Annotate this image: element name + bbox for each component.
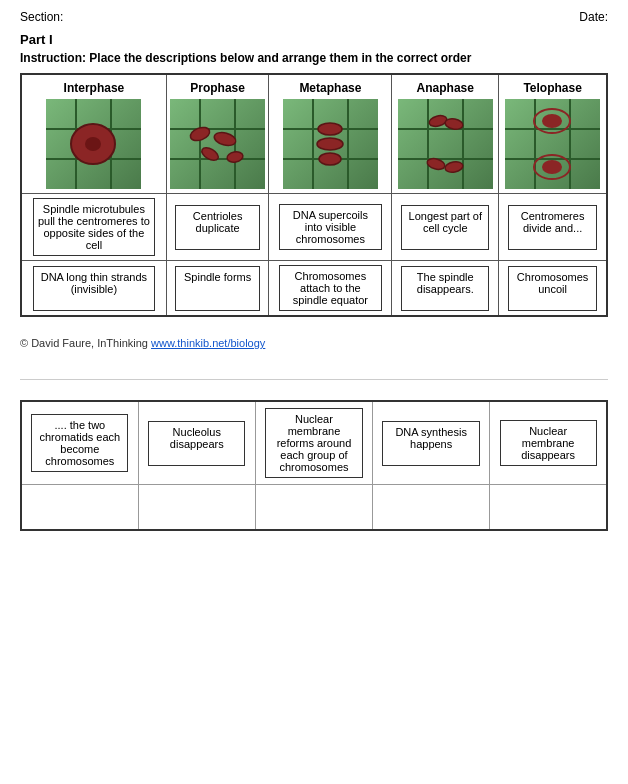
bottom-desc-2-1 (138, 485, 255, 530)
bottom-desc-1-1: Nucleolus disappears (138, 401, 255, 485)
desc-2-2: Chromosomes attach to the spindle equato… (269, 261, 392, 317)
desc-box-2-2: Chromosomes attach to the spindle equato… (279, 265, 381, 311)
anaphase-image (398, 99, 493, 189)
telophase-cell: Telophase (499, 74, 607, 194)
desc-1-4: Centromeres divide and... (499, 194, 607, 261)
bottom-box-1-1: Nucleolus disappears (148, 421, 245, 466)
desc-1-0: Spindle microtubules pull the centromere… (21, 194, 166, 261)
desc-box-1-0: Spindle microtubules pull the centromere… (33, 198, 155, 256)
desc-box-1-4: Centromeres divide and... (508, 205, 597, 250)
main-table: Interphase Prophase (20, 73, 608, 317)
bottom-box-1-2: Nuclear membrane reforms around each gro… (265, 408, 362, 478)
desc-box-1-3: Longest part of cell cycle (401, 205, 489, 250)
svg-point-20 (319, 153, 341, 165)
bottom-desc-2-0 (21, 485, 138, 530)
svg-point-18 (318, 123, 342, 135)
metaphase-image (283, 99, 378, 189)
metaphase-cell: Metaphase (269, 74, 392, 194)
bottom-row-1: .... the two chromatids each become chro… (21, 401, 607, 485)
date-label: Date: (579, 10, 608, 24)
desc-1-3: Longest part of cell cycle (392, 194, 499, 261)
bottom-desc-1-3: DNA synthesis happens (373, 401, 490, 485)
telophase-image (505, 99, 600, 189)
description-row-2: DNA long thin strands (invisible) Spindl… (21, 261, 607, 317)
svg-point-5 (85, 137, 101, 151)
section-divider (20, 379, 608, 380)
bottom-box-1-0: .... the two chromatids each become chro… (31, 414, 128, 472)
bottom-desc-2-3 (373, 485, 490, 530)
prophase-label: Prophase (169, 77, 267, 97)
svg-point-12 (200, 145, 221, 163)
telophase-label: Telophase (501, 77, 604, 97)
bottom-desc-1-4: Nuclear membrane disappears (490, 401, 607, 485)
bottom-box-1-4: Nuclear membrane disappears (500, 420, 597, 466)
copyright-notice: © David Faure, InThinking www.thinkib.ne… (20, 337, 608, 349)
part-label: Part I (20, 32, 608, 47)
anaphase-label: Anaphase (394, 77, 496, 97)
bottom-box-1-3: DNA synthesis happens (382, 421, 479, 466)
svg-point-11 (213, 130, 237, 147)
instruction: Instruction: Place the descriptions belo… (20, 51, 608, 65)
desc-2-1: Spindle forms (166, 261, 269, 317)
svg-point-19 (317, 138, 343, 150)
prophase-cell: Prophase (166, 74, 269, 194)
description-row-1: Spindle microtubules pull the centromere… (21, 194, 607, 261)
bottom-desc-2-4 (490, 485, 607, 530)
svg-point-36 (542, 160, 562, 174)
desc-2-0: DNA long thin strands (invisible) (21, 261, 166, 317)
instruction-prefix: Instruction: (20, 51, 86, 65)
metaphase-label: Metaphase (271, 77, 389, 97)
bottom-table: .... the two chromatids each become chro… (20, 400, 608, 531)
copyright-link[interactable]: www.thinkib.net/biology (151, 337, 265, 349)
svg-point-10 (189, 125, 212, 143)
interphase-image (46, 99, 141, 189)
interphase-label: Interphase (24, 77, 164, 97)
desc-2-3: The spindle disappears. (392, 261, 499, 317)
desc-box-2-0: DNA long thin strands (invisible) (33, 266, 155, 311)
desc-box-2-1: Spindle forms (175, 266, 259, 311)
section-label: Section: (20, 10, 63, 24)
svg-point-34 (542, 114, 562, 128)
desc-box-2-3: The spindle disappears. (401, 266, 489, 311)
prophase-image (170, 99, 265, 189)
desc-box-1-2: DNA supercoils into visible chromosomes (279, 204, 381, 250)
phase-header-row: Interphase Prophase (21, 74, 607, 194)
desc-1-2: DNA supercoils into visible chromosomes (269, 194, 392, 261)
desc-box-1-1: Centrioles duplicate (175, 205, 259, 250)
desc-1-1: Centrioles duplicate (166, 194, 269, 261)
instruction-text: Place the descriptions below and arrange… (86, 51, 471, 65)
copyright-text: © David Faure, InThinking (20, 337, 151, 349)
bottom-section: .... the two chromatids each become chro… (20, 400, 608, 531)
bottom-desc-1-2: Nuclear membrane reforms around each gro… (255, 401, 372, 485)
bottom-desc-1-0: .... the two chromatids each become chro… (21, 401, 138, 485)
anaphase-cell: Anaphase (392, 74, 499, 194)
bottom-desc-2-2 (255, 485, 372, 530)
svg-point-13 (226, 151, 243, 164)
svg-point-28 (444, 161, 463, 174)
bottom-row-2 (21, 485, 607, 530)
interphase-cell: Interphase (21, 74, 166, 194)
desc-box-2-4: Chromosomes uncoil (508, 266, 597, 311)
header-row: Section: Date: (20, 10, 608, 24)
desc-2-4: Chromosomes uncoil (499, 261, 607, 317)
